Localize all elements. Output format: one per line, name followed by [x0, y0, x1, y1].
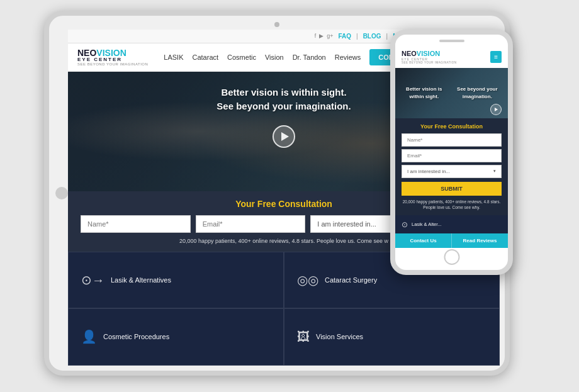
service-item-cosmetic[interactable]: 👤 Cosmetic Procedures [68, 308, 284, 366]
mobile-interest-select[interactable]: I am interested in... ▾ [402, 165, 502, 178]
email-input[interactable] [196, 215, 306, 233]
select-placeholder: I am interested in... [317, 220, 376, 228]
logo-eye-center: EYE CENTER [77, 57, 148, 62]
cataract-icon: ◎◎ [297, 272, 318, 288]
nav-dr-tandon[interactable]: Dr. Tandon [293, 53, 326, 61]
nav-lasik[interactable]: LASIK [164, 53, 183, 61]
mobile-tagline: SEE BEYOND YOUR IMAGINATION [402, 61, 457, 64]
nav-vision[interactable]: Vision [265, 53, 284, 61]
mobile-menu-button[interactable]: ≡ [490, 51, 502, 63]
divider: | [356, 33, 358, 40]
phone-speaker [439, 40, 464, 42]
nav-cataract[interactable]: Cataract [192, 53, 218, 61]
logo-tagline: SEE BEYOND YOUR IMAGINATION [77, 62, 148, 66]
mobile-form-section: Your Free Consultation I am interested i… [395, 118, 508, 215]
service-label-cataract: Cataract Surgery [325, 276, 377, 284]
mobile-hero-line2: See beyond your imagination. [450, 86, 505, 99]
youtube-icon[interactable]: ▶ [319, 33, 323, 39]
nav-faq[interactable]: FAQ [338, 33, 351, 40]
service-item-vision[interactable]: 🖼 Vision Services [284, 308, 500, 366]
play-triangle-icon [281, 132, 289, 141]
phone-home-button[interactable] [444, 249, 459, 265]
mobile-email-input[interactable] [402, 149, 502, 162]
nav-blog[interactable]: BLOG [363, 33, 381, 40]
mobile-header: NEOVISION EYE CENTER SEE BEYOND YOUR IMA… [395, 46, 508, 68]
phone-frame: NEOVISION EYE CENTER SEE BEYOND YOUR IMA… [390, 30, 513, 275]
mobile-bottom-bar: Contact Us Read Reviews [395, 233, 508, 248]
service-label-cosmetic: Cosmetic Procedures [103, 333, 169, 340]
mobile-select-wrapper: I am interested in... ▾ [402, 165, 502, 178]
mobile-trust-text: 20,000 happy patients, 400+ online revie… [402, 199, 502, 210]
mobile-service-lasik[interactable]: ⊙ Lasik & Alter... [395, 215, 508, 235]
mobile-submit-button[interactable]: SUBMIT [402, 182, 502, 196]
tablet-camera [274, 22, 279, 27]
nav-cosmetic[interactable]: Cosmetic [227, 53, 256, 61]
mobile-chevron-icon: ▾ [493, 169, 496, 174]
phone-screen: NEOVISION EYE CENTER SEE BEYOND YOUR IMA… [395, 46, 508, 248]
mobile-contact-button[interactable]: Contact Us [395, 233, 451, 248]
lasik-icon: ⊙→ [81, 272, 104, 288]
service-label-vision: Vision Services [316, 333, 363, 340]
mobile-play-icon [495, 108, 498, 111]
service-label-lasik: Lasik & Alternatives [111, 276, 171, 284]
mobile-logo: NEOVISION EYE CENTER SEE BEYOND YOUR IMA… [402, 50, 457, 64]
service-item-lasik[interactable]: ⊙→ Lasik & Alternatives [68, 252, 284, 309]
mobile-lasik-icon: ⊙ [402, 220, 408, 229]
mobile-hero: Better vision is within sight. See beyon… [395, 68, 508, 118]
mobile-service-label: Lasik & Alter... [412, 221, 442, 227]
mobile-form-title: Your Free Consultation [402, 123, 502, 130]
social-icons: f ▶ g+ [315, 33, 334, 39]
mobile-name-input[interactable] [402, 133, 502, 147]
divider2: | [386, 33, 388, 40]
logo-text: NEOVISION [77, 48, 148, 57]
mobile-vision-text: VISION [417, 50, 440, 57]
facebook-icon[interactable]: f [315, 33, 317, 39]
cosmetic-icon: 👤 [81, 329, 97, 344]
mobile-reviews-button[interactable]: Read Reviews [452, 233, 508, 248]
nav-reviews[interactable]: Reviews [335, 53, 361, 61]
tablet-home-button[interactable] [55, 187, 68, 199]
vision-icon: 🖼 [297, 330, 310, 344]
mobile-hero-line1: Better vision is within sight. [398, 86, 450, 99]
name-input[interactable] [81, 215, 191, 233]
logo: NEOVISION EYE CENTER SEE BEYOND YOUR IMA… [77, 48, 148, 66]
mobile-play-button[interactable] [490, 104, 502, 115]
mobile-logo-text: NEOVISION [402, 50, 457, 57]
mobile-neo-text: NEO [402, 50, 417, 57]
play-button[interactable] [273, 125, 295, 148]
mobile-select-placeholder: I am interested in... [407, 169, 450, 174]
googleplus-icon[interactable]: g+ [327, 33, 333, 39]
